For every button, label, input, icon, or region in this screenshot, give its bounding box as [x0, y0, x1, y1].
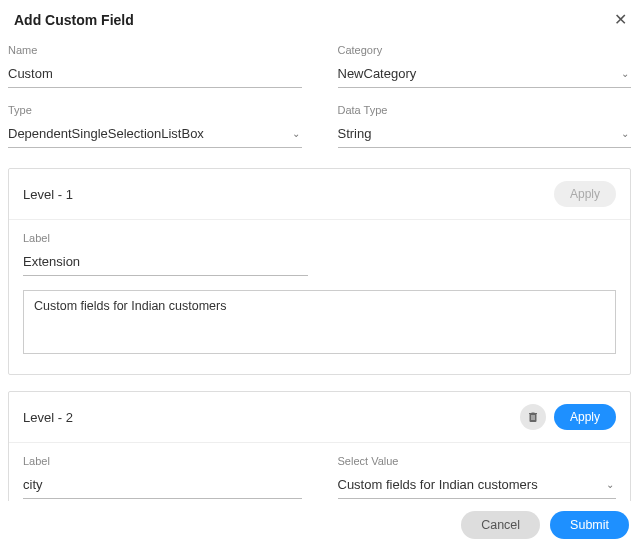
category-field-group: Category NewCategory ⌄	[338, 44, 632, 88]
chevron-down-icon: ⌄	[606, 479, 614, 490]
dialog-footer: Cancel Submit	[0, 501, 643, 551]
level2-select-value-dropdown[interactable]: Custom fields for Indian customers ⌄	[338, 473, 617, 499]
close-icon: ✕	[614, 11, 627, 28]
trash-icon	[527, 411, 539, 423]
level1-label-input[interactable]	[23, 250, 308, 276]
level-body: Label Select Value Custom fields for Ind…	[9, 443, 630, 501]
delete-button[interactable]	[520, 404, 546, 430]
chevron-down-icon: ⌄	[292, 128, 300, 139]
level-panel-2: Level - 2 Apply Label Select Value	[8, 391, 631, 501]
close-button[interactable]: ✕	[614, 12, 627, 28]
level2-select-caption: Select Value	[338, 455, 617, 467]
name-input[interactable]	[8, 62, 302, 88]
level2-label-caption: Label	[23, 455, 302, 467]
level-panel-1: Level - 1 Apply Label	[8, 168, 631, 375]
name-field-group: Name	[8, 44, 302, 88]
type-label: Type	[8, 104, 302, 116]
datatype-field-group: Data Type String ⌄	[338, 104, 632, 148]
type-field-group: Type DependentSingleSelectionListBox ⌄	[8, 104, 302, 148]
type-select[interactable]: DependentSingleSelectionListBox ⌄	[8, 122, 302, 148]
level-actions: Apply	[520, 404, 616, 430]
level1-description-textarea[interactable]	[23, 290, 616, 354]
level-actions: Apply	[554, 181, 616, 207]
level-title: Level - 2	[23, 410, 73, 425]
type-select-value: DependentSingleSelectionListBox	[8, 126, 204, 141]
level-header: Level - 1 Apply	[9, 169, 630, 220]
category-label: Category	[338, 44, 632, 56]
level1-label-caption: Label	[23, 232, 308, 244]
dialog-title: Add Custom Field	[14, 12, 134, 28]
datatype-label: Data Type	[338, 104, 632, 116]
level-header: Level - 2 Apply	[9, 392, 630, 443]
level2-row: Label Select Value Custom fields for Ind…	[23, 455, 616, 499]
cancel-button[interactable]: Cancel	[461, 511, 540, 539]
level2-select-group: Select Value Custom fields for Indian cu…	[338, 455, 617, 499]
category-select[interactable]: NewCategory ⌄	[338, 62, 632, 88]
level2-select-value-text: Custom fields for Indian customers	[338, 477, 538, 492]
chevron-down-icon: ⌄	[621, 68, 629, 79]
level1-label-group: Label	[23, 232, 308, 276]
apply-button[interactable]: Apply	[554, 404, 616, 430]
level-title: Level - 1	[23, 187, 73, 202]
level2-label-input[interactable]	[23, 473, 302, 499]
dialog-content: Name Category NewCategory ⌄ Type Depende…	[0, 38, 643, 501]
datatype-select[interactable]: String ⌄	[338, 122, 632, 148]
form-row: Name Category NewCategory ⌄	[8, 44, 631, 104]
chevron-down-icon: ⌄	[621, 128, 629, 139]
category-select-value: NewCategory	[338, 66, 417, 81]
dialog-header: Add Custom Field ✕	[0, 0, 643, 38]
submit-button[interactable]: Submit	[550, 511, 629, 539]
apply-button: Apply	[554, 181, 616, 207]
level2-label-group: Label	[23, 455, 302, 499]
level-body: Label	[9, 220, 630, 374]
datatype-select-value: String	[338, 126, 372, 141]
form-row: Type DependentSingleSelectionListBox ⌄ D…	[8, 104, 631, 164]
name-label: Name	[8, 44, 302, 56]
